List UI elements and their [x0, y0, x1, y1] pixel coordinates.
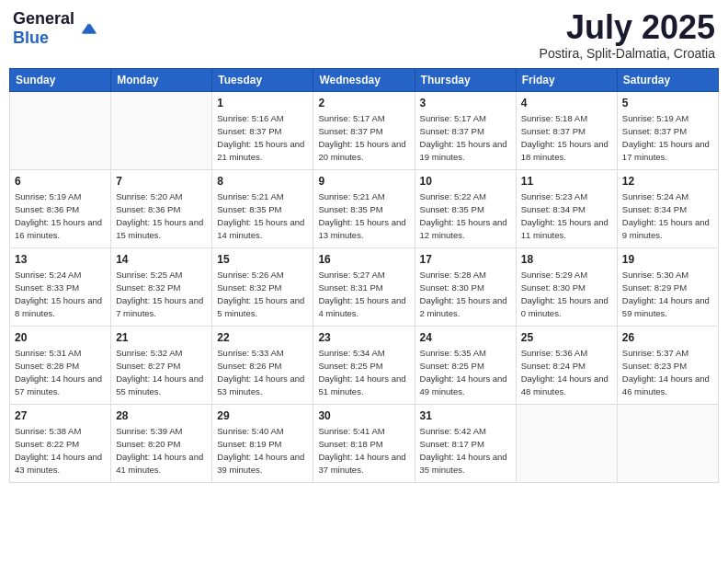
title-block: July 2025 Postira, Split-Dalmatia, Croat…: [540, 9, 715, 61]
calendar-cell: [516, 404, 617, 482]
day-header-saturday: Saturday: [617, 68, 718, 91]
calendar-cell: 9Sunrise: 5:21 AMSunset: 8:35 PMDaylight…: [313, 169, 415, 247]
day-number: 7: [116, 174, 207, 190]
week-row-5: 27Sunrise: 5:38 AMSunset: 8:22 PMDayligh…: [10, 404, 719, 482]
calendar-cell: 18Sunrise: 5:29 AMSunset: 8:30 PMDayligh…: [516, 247, 617, 326]
day-number: 23: [318, 330, 409, 346]
calendar-cell: 1Sunrise: 5:16 AMSunset: 8:37 PMDaylight…: [212, 91, 313, 169]
day-number: 31: [420, 408, 511, 424]
location-title: Postira, Split-Dalmatia, Croatia: [540, 46, 715, 61]
day-number: 11: [521, 174, 612, 190]
week-row-3: 13Sunrise: 5:24 AMSunset: 8:33 PMDayligh…: [10, 247, 719, 326]
day-number: 5: [622, 96, 713, 111]
day-info: Sunrise: 5:17 AMSunset: 8:37 PMDaylight:…: [318, 112, 409, 163]
day-number: 18: [521, 252, 612, 268]
calendar-cell: 21Sunrise: 5:32 AMSunset: 8:27 PMDayligh…: [111, 326, 212, 404]
logo: General Blue: [13, 9, 98, 48]
day-number: 26: [622, 330, 713, 346]
page-header: General Blue July 2025 Postira, Split-Da…: [9, 9, 719, 61]
month-title: July 2025: [540, 9, 715, 46]
day-number: 12: [622, 174, 713, 190]
week-row-1: 1Sunrise: 5:16 AMSunset: 8:37 PMDaylight…: [10, 91, 719, 169]
day-info: Sunrise: 5:22 AMSunset: 8:35 PMDaylight:…: [420, 190, 511, 241]
day-info: Sunrise: 5:17 AMSunset: 8:37 PMDaylight:…: [420, 112, 511, 163]
day-number: 16: [318, 252, 409, 268]
logo-general: General: [13, 9, 74, 28]
week-row-4: 20Sunrise: 5:31 AMSunset: 8:28 PMDayligh…: [10, 326, 719, 404]
day-info: Sunrise: 5:24 AMSunset: 8:34 PMDaylight:…: [622, 190, 713, 241]
day-info: Sunrise: 5:28 AMSunset: 8:30 PMDaylight:…: [420, 269, 511, 319]
calendar-table: SundayMondayTuesdayWednesdayThursdayFrid…: [9, 68, 719, 483]
calendar-cell: 15Sunrise: 5:26 AMSunset: 8:32 PMDayligh…: [212, 247, 313, 326]
day-number: 6: [15, 174, 106, 190]
day-info: Sunrise: 5:30 AMSunset: 8:29 PMDaylight:…: [622, 269, 713, 319]
day-number: 25: [521, 330, 612, 346]
day-number: 30: [318, 408, 409, 424]
day-number: 20: [15, 330, 106, 346]
calendar-cell: 8Sunrise: 5:21 AMSunset: 8:35 PMDaylight…: [212, 169, 313, 247]
day-number: 8: [217, 174, 308, 190]
calendar-cell: 11Sunrise: 5:23 AMSunset: 8:34 PMDayligh…: [516, 169, 617, 247]
day-info: Sunrise: 5:29 AMSunset: 8:30 PMDaylight:…: [521, 269, 612, 319]
day-number: 9: [318, 174, 409, 190]
day-info: Sunrise: 5:42 AMSunset: 8:17 PMDaylight:…: [420, 425, 511, 476]
day-info: Sunrise: 5:20 AMSunset: 8:36 PMDaylight:…: [116, 190, 207, 241]
day-info: Sunrise: 5:40 AMSunset: 8:19 PMDaylight:…: [217, 425, 308, 476]
calendar-cell: 7Sunrise: 5:20 AMSunset: 8:36 PMDaylight…: [111, 169, 212, 247]
day-info: Sunrise: 5:25 AMSunset: 8:32 PMDaylight:…: [116, 269, 207, 319]
calendar-cell: 6Sunrise: 5:19 AMSunset: 8:36 PMDaylight…: [10, 169, 111, 247]
day-number: 2: [318, 96, 409, 111]
day-number: 10: [420, 174, 511, 190]
day-info: Sunrise: 5:19 AMSunset: 8:37 PMDaylight:…: [622, 112, 713, 163]
day-info: Sunrise: 5:36 AMSunset: 8:24 PMDaylight:…: [521, 347, 612, 397]
day-info: Sunrise: 5:18 AMSunset: 8:37 PMDaylight:…: [521, 112, 612, 163]
calendar-cell: 31Sunrise: 5:42 AMSunset: 8:17 PMDayligh…: [415, 404, 516, 482]
day-header-wednesday: Wednesday: [313, 68, 415, 91]
day-info: Sunrise: 5:24 AMSunset: 8:33 PMDaylight:…: [15, 269, 106, 319]
calendar-cell: 2Sunrise: 5:17 AMSunset: 8:37 PMDaylight…: [313, 91, 415, 169]
logo-icon: [78, 18, 98, 39]
day-info: Sunrise: 5:33 AMSunset: 8:26 PMDaylight:…: [217, 347, 308, 397]
day-header-sunday: Sunday: [10, 68, 111, 91]
calendar-cell: 27Sunrise: 5:38 AMSunset: 8:22 PMDayligh…: [10, 404, 111, 482]
calendar-cell: 14Sunrise: 5:25 AMSunset: 8:32 PMDayligh…: [111, 247, 212, 326]
day-header-thursday: Thursday: [415, 68, 516, 91]
day-number: 3: [420, 96, 511, 111]
day-header-tuesday: Tuesday: [212, 68, 313, 91]
calendar-cell: 23Sunrise: 5:34 AMSunset: 8:25 PMDayligh…: [313, 326, 415, 404]
logo-text: General Blue: [13, 9, 74, 48]
day-info: Sunrise: 5:21 AMSunset: 8:35 PMDaylight:…: [318, 190, 409, 241]
day-number: 19: [622, 252, 713, 268]
calendar-cell: 30Sunrise: 5:41 AMSunset: 8:18 PMDayligh…: [313, 404, 415, 482]
day-info: Sunrise: 5:31 AMSunset: 8:28 PMDaylight:…: [15, 347, 106, 397]
calendar-cell: [111, 91, 212, 169]
day-info: Sunrise: 5:32 AMSunset: 8:27 PMDaylight:…: [116, 347, 207, 397]
calendar-cell: 20Sunrise: 5:31 AMSunset: 8:28 PMDayligh…: [10, 326, 111, 404]
day-number: 17: [420, 252, 511, 268]
calendar-cell: 28Sunrise: 5:39 AMSunset: 8:20 PMDayligh…: [111, 404, 212, 482]
calendar-cell: 19Sunrise: 5:30 AMSunset: 8:29 PMDayligh…: [617, 247, 718, 326]
day-info: Sunrise: 5:23 AMSunset: 8:34 PMDaylight:…: [521, 190, 612, 241]
logo-blue: Blue: [13, 29, 49, 47]
calendar-cell: [617, 404, 718, 482]
calendar-cell: 22Sunrise: 5:33 AMSunset: 8:26 PMDayligh…: [212, 326, 313, 404]
day-info: Sunrise: 5:34 AMSunset: 8:25 PMDaylight:…: [318, 347, 409, 397]
day-number: 28: [116, 408, 207, 424]
calendar-cell: 16Sunrise: 5:27 AMSunset: 8:31 PMDayligh…: [313, 247, 415, 326]
day-number: 1: [217, 96, 308, 111]
days-header-row: SundayMondayTuesdayWednesdayThursdayFrid…: [10, 68, 719, 91]
day-info: Sunrise: 5:41 AMSunset: 8:18 PMDaylight:…: [318, 425, 409, 476]
day-number: 22: [217, 330, 308, 346]
day-header-friday: Friday: [516, 68, 617, 91]
day-info: Sunrise: 5:39 AMSunset: 8:20 PMDaylight:…: [116, 425, 207, 476]
calendar-cell: 10Sunrise: 5:22 AMSunset: 8:35 PMDayligh…: [415, 169, 516, 247]
calendar-cell: 25Sunrise: 5:36 AMSunset: 8:24 PMDayligh…: [516, 326, 617, 404]
day-header-monday: Monday: [111, 68, 212, 91]
day-number: 29: [217, 408, 308, 424]
calendar-cell: 24Sunrise: 5:35 AMSunset: 8:25 PMDayligh…: [415, 326, 516, 404]
day-info: Sunrise: 5:19 AMSunset: 8:36 PMDaylight:…: [15, 190, 106, 241]
day-number: 21: [116, 330, 207, 346]
day-number: 13: [15, 252, 106, 268]
calendar-cell: 29Sunrise: 5:40 AMSunset: 8:19 PMDayligh…: [212, 404, 313, 482]
day-number: 14: [116, 252, 207, 268]
